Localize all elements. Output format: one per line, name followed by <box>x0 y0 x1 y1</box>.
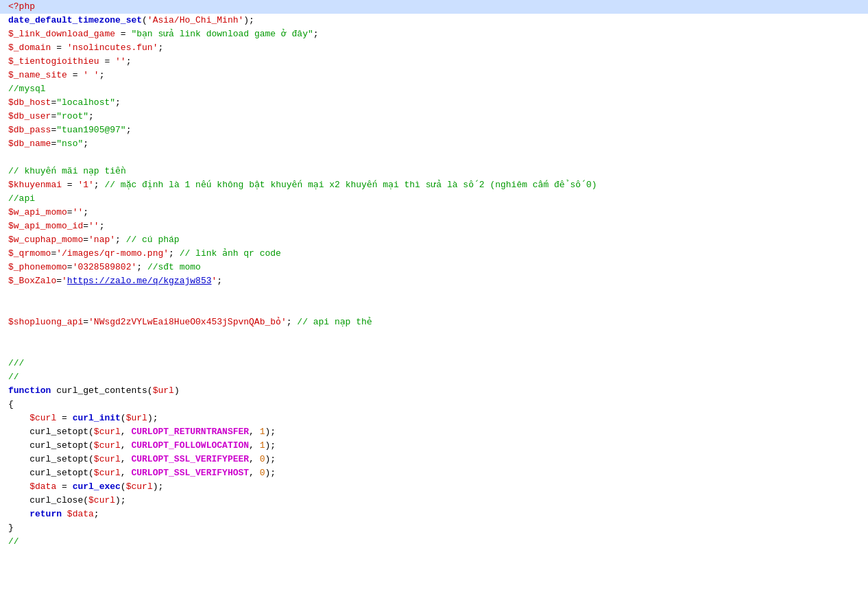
code-line: $curl = curl_init($url); <box>0 412 868 425</box>
code-line: // khuyến mãi nạp tiền <box>0 165 868 178</box>
line-content: curl_setopt($curl, CURLOPT_FOLLOWLOCATIO… <box>5 439 868 453</box>
code-line: date_default_timezone_set('Asia/Ho_Chi_M… <box>0 14 868 27</box>
code-line: $w_api_momo_id=''; <box>0 219 868 233</box>
line-content: $_qrmomo='/images/qr-momo.png'; // link … <box>5 247 868 261</box>
line-content: $data = curl_exec($curl); <box>5 480 868 494</box>
line-content: $_BoxZalo='https://zalo.me/q/kgzajw853'; <box>5 274 868 288</box>
code-line: { <box>0 398 868 412</box>
code-line: $_BoxZalo='https://zalo.me/q/kgzajw853'; <box>0 274 868 288</box>
line-content: $db_host="localhost"; <box>5 96 868 110</box>
line-content: $khuyenmai = '1'; // mặc định là 1 nếu k… <box>5 178 868 192</box>
line-content: <?php <box>5 0 868 14</box>
code-line: $_domain = 'nsolincutes.fun'; <box>0 41 868 55</box>
line-content: { <box>5 398 868 412</box>
code-line: //api <box>0 192 868 206</box>
code-line: $data = curl_exec($curl); <box>0 480 868 494</box>
line-content: curl_setopt($curl, CURLOPT_SSL_VERIFYHOS… <box>5 466 868 480</box>
line-content: curl_close($curl); <box>5 494 868 508</box>
line-content: // <box>5 370 868 384</box>
line-content: // khuyến mãi nạp tiền <box>5 165 868 178</box>
line-content <box>5 302 868 315</box>
code-line: return $data; <box>0 508 868 521</box>
line-content: date_default_timezone_set('Asia/Ho_Chi_M… <box>5 14 868 27</box>
code-line: // <box>0 535 868 549</box>
code-line: $w_cuphap_momo='nap'; // cú pháp <box>0 233 868 247</box>
code-line: $khuyenmai = '1'; // mặc định là 1 nếu k… <box>0 178 868 192</box>
line-content: $shopluong_api='NWsgd2zVYLwEai8HueO0x453… <box>5 315 868 329</box>
code-line <box>0 302 868 315</box>
line-content: $_link_download_game = "bạn sửa link dow… <box>5 27 868 41</box>
code-line: curl_setopt($curl, CURLOPT_SSL_VERIFYPEE… <box>0 453 868 466</box>
line-content: $w_api_momo=''; <box>5 206 868 219</box>
code-line <box>0 151 868 165</box>
code-line: $db_host="localhost"; <box>0 96 868 110</box>
code-line: // <box>0 370 868 384</box>
line-content: curl_setopt($curl, CURLOPT_RETURNTRANSFE… <box>5 425 868 439</box>
code-line: function curl_get_contents($url) <box>0 384 868 398</box>
line-content <box>5 151 868 165</box>
line-content: $db_user="root"; <box>5 110 868 123</box>
code-editor: <?php date_default_timezone_set('Asia/Ho… <box>0 0 868 596</box>
line-content: //mysql <box>5 82 868 96</box>
line-content: $_tientogioithieu = ''; <box>5 55 868 69</box>
line-content <box>5 343 868 357</box>
code-line: curl_setopt($curl, CURLOPT_FOLLOWLOCATIO… <box>0 439 868 453</box>
code-line <box>0 288 868 302</box>
code-line <box>0 343 868 357</box>
code-line: curl_setopt($curl, CURLOPT_SSL_VERIFYHOS… <box>0 466 868 480</box>
line-content: $db_name="nso"; <box>5 137 868 151</box>
code-line: $db_pass="tuan1905@97"; <box>0 123 868 137</box>
code-line: $_qrmomo='/images/qr-momo.png'; // link … <box>0 247 868 261</box>
code-line: $w_api_momo=''; <box>0 206 868 219</box>
code-line: $_tientogioithieu = ''; <box>0 55 868 69</box>
code-line: curl_close($curl); <box>0 494 868 508</box>
line-content: // <box>5 535 868 549</box>
code-line: $db_name="nso"; <box>0 137 868 151</box>
code-line: /// <box>0 357 868 370</box>
code-line: //mysql <box>0 82 868 96</box>
code-line: <?php <box>0 0 868 14</box>
line-content: //api <box>5 192 868 206</box>
code-line: } <box>0 521 868 535</box>
line-content: $_name_site = ' '; <box>5 69 868 82</box>
line-content: } <box>5 521 868 535</box>
line-content: $db_pass="tuan1905@97"; <box>5 123 868 137</box>
code-line: $_link_download_game = "bạn sửa link dow… <box>0 27 868 41</box>
code-line: $shopluong_api='NWsgd2zVYLwEai8HueO0x453… <box>0 315 868 329</box>
line-content <box>5 329 868 343</box>
line-content: $_domain = 'nsolincutes.fun'; <box>5 41 868 55</box>
line-content: return $data; <box>5 508 868 521</box>
line-content: /// <box>5 357 868 370</box>
code-line <box>0 329 868 343</box>
code-line: $db_user="root"; <box>0 110 868 123</box>
line-content: $w_api_momo_id=''; <box>5 219 868 233</box>
code-line: curl_setopt($curl, CURLOPT_RETURNTRANSFE… <box>0 425 868 439</box>
line-content: $w_cuphap_momo='nap'; // cú pháp <box>5 233 868 247</box>
code-line: $_name_site = ' '; <box>0 69 868 82</box>
line-content: $curl = curl_init($url); <box>5 412 868 425</box>
line-content: function curl_get_contents($url) <box>5 384 868 398</box>
code-line: $_phonemomo='0328589802'; //sđt momo <box>0 261 868 274</box>
line-content: $_phonemomo='0328589802'; //sđt momo <box>5 261 868 274</box>
line-content <box>5 288 868 302</box>
line-content: curl_setopt($curl, CURLOPT_SSL_VERIFYPEE… <box>5 453 868 466</box>
